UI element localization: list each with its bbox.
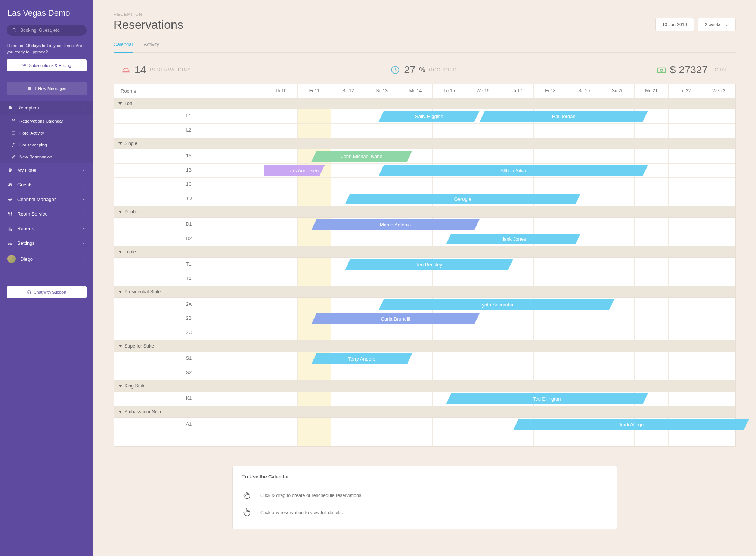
- calendar-cell[interactable]: [466, 418, 500, 432]
- calendar-cell[interactable]: [567, 178, 601, 192]
- reservation-bar[interactable]: Althea Silva: [378, 165, 648, 176]
- calendar-cell[interactable]: [399, 326, 433, 340]
- calendar-cell[interactable]: [264, 149, 298, 163]
- reservation-bar[interactable]: Lyoto Sakuraba: [378, 299, 614, 310]
- calendar-cell[interactable]: [534, 124, 567, 138]
- calendar-cell[interactable]: [635, 432, 668, 446]
- calendar-cell[interactable]: [669, 149, 702, 163]
- subscriptions-button[interactable]: Subscriptions & Pricing: [7, 59, 87, 71]
- calendar-cell[interactable]: [264, 432, 298, 446]
- calendar-cell[interactable]: [669, 298, 702, 312]
- calendar-cell[interactable]: [466, 178, 500, 192]
- calendar-cell[interactable]: [534, 149, 567, 163]
- calendar-cell[interactable]: [534, 258, 567, 272]
- calendar-cell[interactable]: [264, 272, 298, 286]
- reservation-bar[interactable]: Sally Higgins: [378, 111, 479, 122]
- calendar-cell[interactable]: [669, 192, 702, 206]
- calendar-cell[interactable]: [601, 432, 635, 446]
- calendar-cell[interactable]: [433, 149, 466, 163]
- calendar-cell[interactable]: [264, 109, 298, 123]
- calendar-cell[interactable]: [365, 366, 399, 380]
- sub-new-reservation[interactable]: New Reservation: [0, 151, 93, 163]
- calendar-cell[interactable]: [601, 232, 635, 246]
- reservation-bar[interactable]: Marco Antonio: [311, 219, 480, 230]
- calendar-cell[interactable]: [466, 352, 500, 366]
- calendar-cell[interactable]: [365, 272, 399, 286]
- calendar-cell[interactable]: [399, 272, 433, 286]
- calendar-cell[interactable]: [635, 258, 668, 272]
- room-group-header[interactable]: Presidential Suite: [114, 286, 735, 298]
- calendar-cell[interactable]: [669, 392, 702, 406]
- calendar-cell[interactable]: [399, 392, 433, 406]
- calendar-cell[interactable]: [264, 258, 298, 272]
- calendar-cell[interactable]: [298, 272, 331, 286]
- calendar-cell[interactable]: [567, 149, 601, 163]
- calendar-cell[interactable]: [669, 432, 702, 446]
- calendar-cell[interactable]: [298, 298, 331, 312]
- calendar-cell[interactable]: [331, 272, 365, 286]
- calendar-cell[interactable]: [669, 366, 702, 380]
- room-group-header[interactable]: Superior Suite: [114, 340, 735, 352]
- calendar-cell[interactable]: [702, 124, 735, 138]
- calendar-cell[interactable]: [567, 366, 601, 380]
- calendar-cell[interactable]: [264, 312, 298, 326]
- calendar-cell[interactable]: [433, 272, 466, 286]
- calendar-cell[interactable]: [702, 272, 735, 286]
- calendar-cell[interactable]: [635, 298, 668, 312]
- calendar-cell[interactable]: [298, 109, 331, 123]
- calendar-cell[interactable]: [601, 218, 635, 232]
- calendar-cell[interactable]: [635, 192, 668, 206]
- calendar-cell[interactable]: [702, 432, 735, 446]
- calendar-cell[interactable]: [635, 218, 668, 232]
- calendar-cell[interactable]: [500, 149, 534, 163]
- calendar-cell[interactable]: [500, 272, 534, 286]
- calendar-cell[interactable]: [500, 352, 534, 366]
- calendar-cell[interactable]: [534, 326, 567, 340]
- calendar-cell[interactable]: [669, 218, 702, 232]
- calendar-cell[interactable]: [601, 352, 635, 366]
- calendar-cell[interactable]: [298, 258, 331, 272]
- calendar-cell[interactable]: [433, 352, 466, 366]
- calendar-cell[interactable]: [601, 312, 635, 326]
- date-picker[interactable]: 10 Jan 2019: [655, 18, 694, 31]
- calendar-cell[interactable]: [331, 326, 365, 340]
- sub-housekeeping[interactable]: Housekeeping: [0, 139, 93, 151]
- calendar-cell[interactable]: [702, 352, 735, 366]
- calendar-cell[interactable]: [635, 326, 668, 340]
- tab-calendar[interactable]: Calendar: [114, 38, 133, 53]
- room-group-header[interactable]: King Suite: [114, 380, 735, 392]
- calendar-cell[interactable]: [500, 366, 534, 380]
- calendar-cell[interactable]: [331, 432, 365, 446]
- calendar-cell[interactable]: [534, 352, 567, 366]
- calendar-cell[interactable]: [399, 366, 433, 380]
- room-group-header[interactable]: Loft: [114, 98, 735, 109]
- tab-activity[interactable]: Activity: [144, 38, 159, 52]
- sub-reservations-calendar[interactable]: Reservations Calendar: [0, 115, 93, 127]
- calendar-cell[interactable]: [567, 218, 601, 232]
- calendar-cell[interactable]: [601, 326, 635, 340]
- calendar-cell[interactable]: [466, 124, 500, 138]
- calendar-cell[interactable]: [264, 232, 298, 246]
- nav-reception[interactable]: Reception: [0, 101, 93, 115]
- calendar-cell[interactable]: [567, 124, 601, 138]
- range-picker[interactable]: 2 weeks: [698, 18, 736, 31]
- room-group-header[interactable]: Single: [114, 138, 735, 149]
- calendar-cell[interactable]: [702, 149, 735, 163]
- calendar-cell[interactable]: [365, 392, 399, 406]
- calendar-cell[interactable]: [702, 109, 735, 123]
- calendar-cell[interactable]: [264, 124, 298, 138]
- calendar-cell[interactable]: [601, 149, 635, 163]
- calendar-cell[interactable]: [331, 164, 365, 177]
- reservation-bar[interactable]: John Michael Kane: [311, 151, 412, 162]
- calendar-cell[interactable]: [433, 326, 466, 340]
- calendar-cell[interactable]: [298, 326, 331, 340]
- calendar-cell[interactable]: [365, 418, 399, 432]
- nav-channel-manager[interactable]: Channel Manager: [0, 192, 93, 207]
- calendar-cell[interactable]: [365, 124, 399, 138]
- calendar-cell[interactable]: [534, 312, 567, 326]
- calendar-cell[interactable]: [331, 298, 365, 312]
- calendar-cell[interactable]: [534, 178, 567, 192]
- calendar-cell[interactable]: [601, 258, 635, 272]
- reservation-bar[interactable]: Ted Ellington: [446, 393, 648, 404]
- calendar-cell[interactable]: [702, 258, 735, 272]
